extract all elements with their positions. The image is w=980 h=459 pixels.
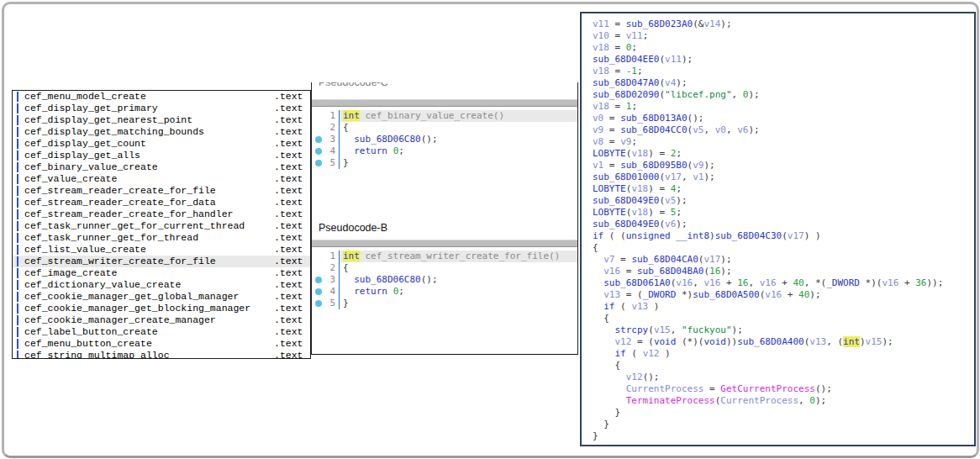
code-line[interactable]: { — [593, 242, 974, 254]
code-token: v9 — [593, 124, 603, 135]
code-line[interactable]: } — [593, 419, 974, 430]
code-line[interactable]: { — [593, 313, 974, 324]
code-line[interactable]: v16 = sub_68D04BA0(16); — [593, 266, 974, 277]
function-row[interactable]: cef_cookie_manager_get_blocking_manager.… — [13, 303, 310, 314]
function-row[interactable]: cef_cookie_manager_create_manager.text — [13, 314, 310, 326]
pseudocode-line[interactable]: 3 sub_68D06C80(); — [312, 134, 577, 145]
code-line[interactable]: v8 = v9; — [593, 136, 974, 148]
function-row[interactable]: cef_display_get_matching_bounds.text — [13, 126, 310, 138]
code-line[interactable]: v12(); — [593, 372, 974, 383]
code-line[interactable]: } — [593, 407, 974, 419]
pseudocode-line[interactable]: 2{ — [312, 262, 577, 274]
code-token: , — [726, 124, 737, 135]
code-line[interactable]: v7 = sub_68D04CA0(v17); — [593, 254, 974, 266]
code-line[interactable]: v1 = sub_68D095B0(v9); — [593, 160, 974, 171]
function-row[interactable]: cef_display_get_count.text — [13, 138, 310, 150]
code-line[interactable]: { — [593, 360, 974, 372]
pseudocode-line[interactable]: 3 sub_68D06C80(); — [312, 274, 577, 286]
line-gutter: 1 — [312, 251, 340, 262]
code-line[interactable]: TerminateProcess(CurrentProcess, 0); — [593, 395, 974, 407]
code-line[interactable]: sub_68D01000(v17, v1); — [593, 171, 974, 183]
code-token: ; — [643, 30, 649, 41]
code-line[interactable]: sub_68D049E0(v6); — [593, 219, 974, 230]
code-token: + — [898, 277, 915, 288]
code-token: sub_68D06C80 — [354, 134, 420, 145]
function-row[interactable]: cef_label_button_create.text — [13, 326, 310, 338]
function-row[interactable]: cef_stream_writer_create_for_file.text — [13, 256, 310, 267]
pseudocode-line[interactable]: 1int cef_binary_value_create() — [312, 110, 577, 122]
pseudocode-b-code[interactable]: 1int cef_stream_writer_create_for_file()… — [312, 247, 577, 309]
pseudocode-main-code[interactable]: v11 = sub_68D023A0(&v14);v10 = v11;v18 =… — [582, 13, 974, 442]
function-row[interactable]: cef_display_get_nearest_point.text — [13, 114, 310, 126]
function-row[interactable]: cef_string_multimap_alloc.text — [13, 350, 310, 359]
function-row[interactable]: cef_stream_reader_create_for_data.text — [13, 197, 310, 208]
code-line[interactable]: CurrentProcess = GetCurrentProcess(); — [593, 383, 974, 395]
pseudocode-c-titlebar: Pseudocode-C — [312, 82, 577, 92]
pseudocode-line[interactable]: 1int cef_stream_writer_create_for_file() — [312, 251, 577, 262]
pseudocode-line[interactable]: 5} — [312, 298, 577, 309]
code-line[interactable]: v18 = 0; — [593, 42, 974, 54]
code-token: sub_68D01000 — [593, 171, 659, 182]
function-row[interactable]: cef_task_runner_get_for_current_thread.t… — [13, 220, 310, 232]
highlighted-keyword: int — [343, 251, 360, 261]
pseudocode-line[interactable]: 2{ — [312, 122, 577, 134]
pseudocode-main-window[interactable]: v11 = sub_68D023A0(&v14);v10 = v11;v18 =… — [580, 12, 976, 446]
code-token: LOBYTE — [593, 148, 626, 159]
code-line[interactable]: sub_68D04EE0(v11); — [593, 54, 974, 66]
code-line[interactable]: v11 = sub_68D023A0(&v14); — [593, 18, 974, 30]
function-row[interactable]: cef_list_value_create.text — [13, 244, 310, 256]
code-token: , — [748, 277, 759, 288]
function-tick-icon — [17, 127, 18, 137]
function-tick-icon — [17, 139, 18, 149]
code-line[interactable]: if ( (unsigned __int8)sub_68D04C30(v17) … — [593, 230, 974, 242]
function-row[interactable]: cef_display_get_primary.text — [13, 103, 310, 114]
code-line[interactable]: v13 = (_DWORD *)sub_68D0A500(v16 + 40); — [593, 289, 974, 301]
function-row[interactable]: cef_task_runner_get_for_thread.text — [13, 232, 310, 244]
code-token: v11 — [593, 18, 609, 29]
function-row[interactable]: cef_dictionary_value_create.text — [13, 279, 310, 291]
code-line[interactable]: sub_68D049E0(v5); — [593, 195, 974, 207]
code-token — [343, 274, 354, 285]
code-line[interactable]: LOBYTE(v18) = 2; — [593, 148, 974, 160]
code-token — [343, 145, 354, 156]
code-token — [593, 395, 626, 406]
function-row[interactable]: cef_display_get_alls.text — [13, 150, 310, 161]
code-line[interactable]: v0 = sub_68D013A0(); — [593, 113, 974, 124]
pseudocode-c-code[interactable]: 1int cef_binary_value_create()2{3 sub_68… — [312, 107, 577, 169]
code-line[interactable]: strcpy(v15, "fuckyou"); — [593, 324, 974, 336]
pseudocode-line[interactable]: 5} — [312, 157, 577, 169]
functions-list-panel[interactable]: cef_menu_model_create.textcef_display_ge… — [12, 90, 311, 359]
code-line[interactable]: sub_68D02090("libcef.png", 0); — [593, 89, 974, 101]
segment-name: .text — [274, 114, 303, 126]
code-token: ); — [676, 219, 687, 230]
code-line[interactable]: if ( v12 ) — [593, 348, 974, 360]
code-line[interactable]: sub_68D047A0(v4); — [593, 77, 974, 89]
function-row[interactable]: cef_menu_model_create.text — [13, 91, 310, 103]
code-line[interactable]: LOBYTE(v18) = 5; — [593, 207, 974, 219]
function-row[interactable]: cef_cookie_manager_get_global_manager.te… — [13, 291, 310, 303]
code-line[interactable]: } — [593, 430, 974, 442]
function-name: cef_cookie_manager_get_global_manager — [24, 291, 239, 303]
function-row[interactable]: cef_stream_reader_create_for_file.text — [13, 185, 310, 197]
code-token: 16 — [737, 277, 748, 288]
code-line[interactable]: if ( v13 ) — [593, 301, 974, 313]
function-row[interactable]: cef_menu_button_create.text — [13, 338, 310, 350]
pseudocode-line[interactable]: 4 return 0; — [312, 286, 577, 298]
code-line[interactable]: LOBYTE(v18) = 4; — [593, 183, 974, 195]
function-row[interactable]: cef_binary_value_create.text — [13, 161, 310, 173]
function-row[interactable]: cef_stream_reader_create_for_handler.tex… — [13, 208, 310, 220]
segment-name: .text — [274, 138, 303, 150]
function-row[interactable]: cef_image_create.text — [13, 267, 310, 279]
code-line[interactable]: v18 = -1; — [593, 66, 974, 77]
code-token: ) = — [648, 148, 671, 159]
code-line[interactable]: v9 = sub_68D04CC0(v5, v0, v6); — [593, 124, 974, 136]
pseudocode-b-window[interactable]: Pseudocode-B 1int cef_stream_writer_crea… — [311, 217, 578, 355]
pseudocode-c-window[interactable]: Pseudocode-C 1int cef_binary_value_creat… — [311, 82, 578, 218]
pseudocode-line[interactable]: 4 return 0; — [312, 145, 577, 157]
code-line[interactable]: v10 = v11; — [593, 30, 974, 42]
code-line[interactable]: v12 = (void (*)(void))sub_68D0A400(v13, … — [593, 336, 974, 348]
function-row[interactable]: cef_value_create.text — [13, 173, 310, 185]
code-line[interactable]: v18 = 1; — [593, 101, 974, 113]
code-line[interactable]: sub_68D061A0(v16, v16 + 16, v16 + 40, *(… — [593, 277, 974, 289]
function-tick-icon — [17, 198, 18, 208]
